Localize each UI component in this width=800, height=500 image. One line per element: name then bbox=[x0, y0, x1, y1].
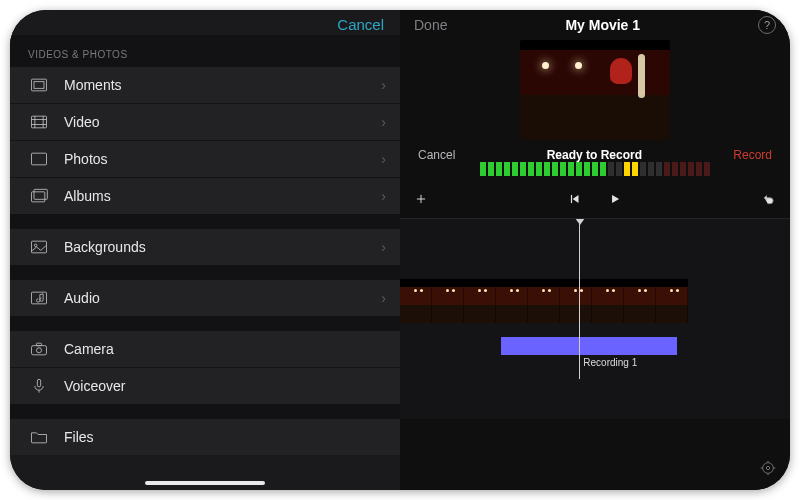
record-cancel-button[interactable]: Cancel bbox=[418, 148, 455, 162]
chevron-right-icon: › bbox=[381, 188, 386, 204]
svg-point-24 bbox=[766, 466, 769, 469]
sidebar-item-backgrounds[interactable]: Backgrounds › bbox=[10, 228, 400, 265]
backgrounds-icon bbox=[28, 237, 50, 257]
sidebar-item-label: Video bbox=[64, 114, 381, 130]
svg-rect-2 bbox=[32, 116, 47, 128]
sidebar-item-photos[interactable]: Photos › bbox=[10, 140, 400, 177]
svg-point-11 bbox=[34, 244, 37, 247]
svg-rect-9 bbox=[34, 189, 47, 199]
svg-rect-13 bbox=[32, 346, 47, 355]
sidebar-item-camera[interactable]: Camera bbox=[10, 330, 400, 367]
sidebar-item-moments[interactable]: Moments › bbox=[10, 66, 400, 103]
chevron-right-icon: › bbox=[381, 151, 386, 167]
sidebar-item-voiceover[interactable]: Voiceover bbox=[10, 367, 400, 404]
svg-marker-22 bbox=[612, 195, 619, 203]
svg-rect-21 bbox=[571, 195, 572, 203]
done-button[interactable]: Done bbox=[414, 17, 447, 33]
preview-viewport bbox=[520, 40, 670, 140]
audio-clip-label: Recording 1 bbox=[583, 357, 637, 368]
sidebar-item-label: Files bbox=[64, 429, 386, 445]
sidebar-item-files[interactable]: Files bbox=[10, 418, 400, 455]
moments-icon bbox=[28, 75, 50, 95]
camera-icon bbox=[28, 339, 50, 359]
section-header-videos-photos: Videos & Photos bbox=[10, 35, 400, 66]
add-media-button[interactable] bbox=[414, 192, 428, 210]
albums-icon bbox=[28, 186, 50, 206]
sidebar-item-label: Voiceover bbox=[64, 378, 386, 394]
timeline[interactable]: Recording 1 bbox=[400, 219, 790, 419]
sidebar-item-audio[interactable]: Audio › bbox=[10, 279, 400, 316]
project-settings-button[interactable] bbox=[760, 460, 776, 480]
sidebar-item-label: Camera bbox=[64, 341, 386, 357]
chevron-right-icon: › bbox=[381, 290, 386, 306]
chevron-right-icon: › bbox=[381, 114, 386, 130]
svg-point-23 bbox=[763, 463, 774, 474]
microphone-icon bbox=[28, 376, 50, 396]
project-title: My Movie 1 bbox=[447, 17, 758, 33]
record-status-label: Ready to Record bbox=[455, 148, 733, 162]
chevron-right-icon: › bbox=[381, 77, 386, 93]
svg-rect-1 bbox=[34, 82, 44, 89]
audio-clip[interactable] bbox=[501, 337, 677, 355]
record-button[interactable]: Record bbox=[733, 148, 772, 162]
video-icon bbox=[28, 112, 50, 132]
sidebar-item-label: Backgrounds bbox=[64, 239, 381, 255]
help-button[interactable]: ? bbox=[758, 16, 776, 34]
svg-rect-15 bbox=[37, 343, 42, 346]
play-button[interactable] bbox=[608, 192, 622, 210]
svg-rect-16 bbox=[37, 379, 40, 387]
skip-to-start-button[interactable] bbox=[568, 192, 582, 210]
undo-button[interactable] bbox=[762, 192, 776, 210]
photos-icon bbox=[28, 149, 50, 169]
chevron-right-icon: › bbox=[381, 239, 386, 255]
sidebar-item-label: Audio bbox=[64, 290, 381, 306]
home-indicator bbox=[145, 481, 265, 485]
sidebar-item-albums[interactable]: Albums › bbox=[10, 177, 400, 214]
video-track[interactable] bbox=[400, 279, 677, 323]
audio-level-meter bbox=[400, 164, 790, 184]
sidebar-item-label: Photos bbox=[64, 151, 381, 167]
svg-point-14 bbox=[37, 348, 42, 353]
folder-icon bbox=[28, 427, 50, 447]
playhead[interactable] bbox=[579, 219, 580, 379]
editor-panel: Done My Movie 1 ? Cancel Ready to Record… bbox=[400, 10, 790, 490]
svg-rect-7 bbox=[32, 153, 47, 165]
sidebar-item-label: Moments bbox=[64, 77, 381, 93]
sidebar-item-label: Albums bbox=[64, 188, 381, 204]
svg-marker-20 bbox=[573, 195, 579, 203]
audio-icon bbox=[28, 288, 50, 308]
svg-rect-8 bbox=[32, 192, 45, 202]
picker-cancel-button[interactable]: Cancel bbox=[337, 16, 384, 33]
media-picker-panel: Cancel Videos & Photos Moments › Video ›… bbox=[10, 10, 400, 490]
sidebar-item-video[interactable]: Video › bbox=[10, 103, 400, 140]
